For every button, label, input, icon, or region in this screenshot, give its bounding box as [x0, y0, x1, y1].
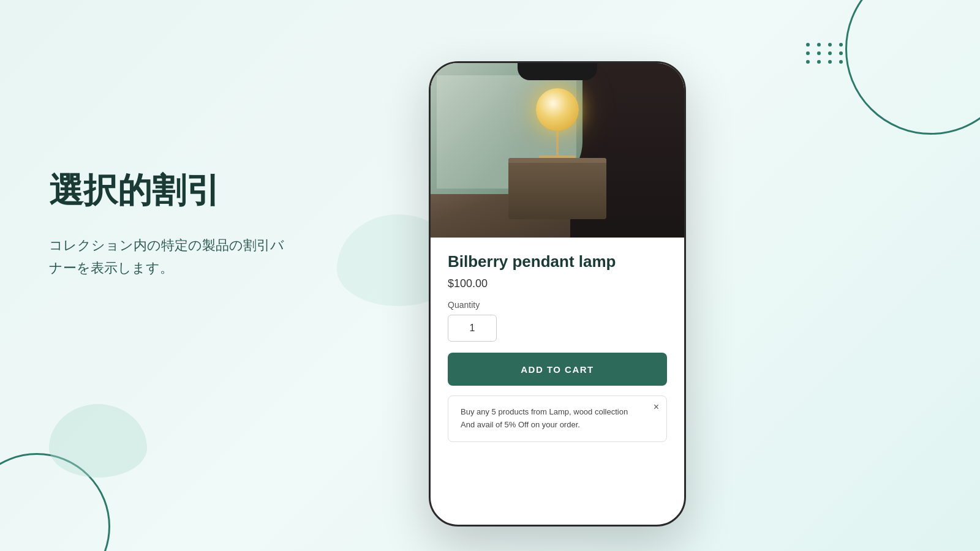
- dot-grid-decoration: [806, 43, 845, 64]
- subtitle-line1: コレクション内の特定の製品の割引バ: [49, 238, 284, 253]
- close-icon[interactable]: ×: [654, 402, 659, 412]
- quantity-input[interactable]: 1: [448, 315, 497, 342]
- discount-text-line1: Buy any 5 products from Lamp, wood colle…: [461, 407, 628, 416]
- quantity-value: 1: [470, 323, 475, 334]
- product-info-section: Bilberry pendant lamp $100.00 Quantity 1…: [431, 238, 684, 457]
- product-price: $100.00: [448, 277, 667, 290]
- product-name: Bilberry pendant lamp: [448, 252, 667, 271]
- lamp-base: [539, 156, 576, 158]
- quantity-label: Quantity: [448, 300, 667, 310]
- nightstand: [508, 158, 606, 219]
- lamp-scene: [431, 63, 684, 238]
- discount-banner-text: Buy any 5 products from Lamp, wood colle…: [461, 406, 654, 432]
- left-content-section: 選択的割引 コレクション内の特定の製品の割引バ ナーを表示します。: [49, 171, 392, 279]
- phone-frame: Bilberry pendant lamp $100.00 Quantity 1…: [429, 61, 686, 527]
- main-title: 選択的割引: [49, 171, 392, 209]
- subtitle-line2: ナーを表示します。: [49, 260, 173, 276]
- decorative-blob-left: [49, 404, 147, 478]
- subtitle: コレクション内の特定の製品の割引バ ナーを表示します。: [49, 234, 392, 280]
- lamp-globe: [536, 88, 579, 131]
- decorative-circle-top-right: [845, 0, 980, 135]
- phone-mockup: Bilberry pendant lamp $100.00 Quantity 1…: [429, 61, 686, 527]
- product-image: [431, 63, 684, 238]
- phone-notch: [518, 63, 597, 80]
- lamp-stem: [556, 131, 559, 156]
- add-to-cart-button[interactable]: ADD TO CART: [448, 353, 667, 386]
- discount-banner: × Buy any 5 products from Lamp, wood col…: [448, 395, 667, 442]
- discount-text-line2: And avail of 5% Off on your order.: [461, 420, 580, 429]
